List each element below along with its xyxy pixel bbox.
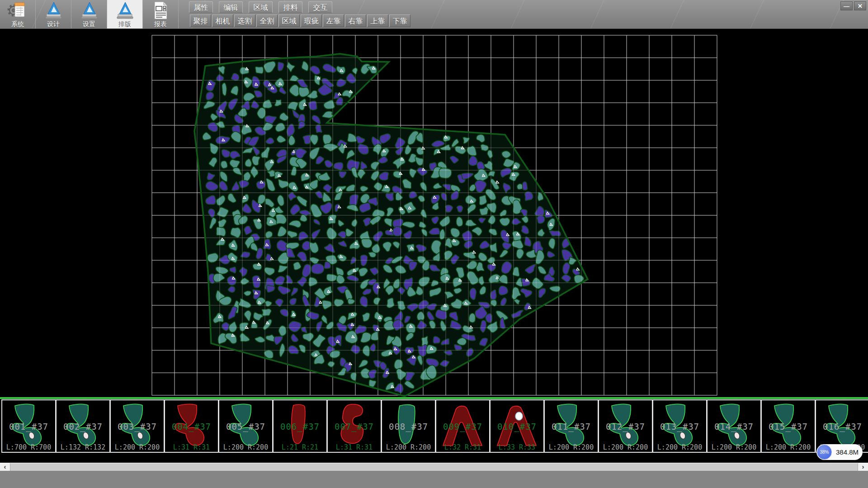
progress-indicator: 38% <box>817 445 832 460</box>
pattern-name: 013_#37 <box>653 422 706 432</box>
memory-badge: 38% 384.8M <box>816 444 863 460</box>
pattern-thumbnail-012_#37[interactable]: 012_#37L:200 R:200 <box>598 399 653 453</box>
pattern-name: 003_#37 <box>111 422 164 432</box>
pattern-name: 016_#37 <box>816 422 868 432</box>
pattern-thumbnail-014_#37[interactable]: 014_#37L:200 R:200 <box>707 399 761 453</box>
pattern-thumbnail-002_#37[interactable]: 002_#37L:132 R:132 <box>56 399 110 453</box>
pattern-quantity: L:200 R:200 <box>708 443 760 451</box>
tool-button-6[interactable]: 瑕疵 <box>301 14 322 27</box>
tool-button-5[interactable]: 区域 <box>278 14 300 27</box>
tool-button-10[interactable]: 下靠 <box>389 14 410 27</box>
pattern-thumbnail-strip: 001_#37L:700 R:700002_#37L:132 R:132003_… <box>0 399 868 453</box>
pattern-quantity: L:31 R:31 <box>165 443 218 451</box>
app-tool-label: 设计 <box>47 20 60 28</box>
app-tool-report[interactable]: 报表 <box>143 0 179 28</box>
pattern-hole <box>515 412 523 420</box>
menu-tab-1[interactable]: 属性 <box>189 1 213 13</box>
pattern-thumbnail-003_#37[interactable]: 003_#37L:200 R:200 <box>110 399 165 453</box>
leather-hide-nesting-view <box>0 28 868 397</box>
pattern-thumbnail-005_#37[interactable]: 005_#37L:200 R:200 <box>218 399 273 453</box>
pattern-quantity: L:31 R:31 <box>328 443 381 451</box>
nesting-canvas[interactable] <box>0 28 868 397</box>
tool-button-8[interactable]: 右靠 <box>345 14 366 27</box>
horizontal-scrollbar[interactable]: ‹ › <box>0 463 868 471</box>
menu-tab-group: 属性编辑区域排料交互 <box>189 1 332 13</box>
pattern-name: 011_#37 <box>545 422 598 432</box>
tool-button-2[interactable]: 相机 <box>212 14 233 27</box>
pattern-quantity: L:200 R:200 <box>762 443 815 451</box>
app-tool-label: 排版 <box>118 20 131 28</box>
pattern-quantity: L:32 R:31 <box>436 443 489 451</box>
pattern-thumbnail-006_#37[interactable]: 006_#37L:21 R:21 <box>273 399 327 453</box>
pattern-name: 015_#37 <box>762 422 815 432</box>
pattern-quantity: L:200 R:200 <box>599 443 652 451</box>
pattern-name: 009_#37 <box>436 422 489 432</box>
pattern-name: 005_#37 <box>219 422 272 432</box>
window-controls: — ✕ <box>840 1 866 10</box>
pattern-thumbnail-011_#37[interactable]: 011_#37L:200 R:200 <box>544 399 599 453</box>
pattern-name: 012_#37 <box>599 422 652 432</box>
tool-button-7[interactable]: 左靠 <box>323 14 344 27</box>
pattern-thumbnail-004_#37[interactable]: 004_#37L:31 R:31 <box>164 399 219 453</box>
strip-divider <box>0 397 868 399</box>
pattern-quantity: L:132 R:132 <box>57 443 109 451</box>
pattern-name: 014_#37 <box>708 422 760 432</box>
pattern-name: 007_#37 <box>328 422 381 432</box>
pattern-thumbnail-013_#37[interactable]: 013_#37L:200 R:200 <box>652 399 707 453</box>
pattern-quantity: L:21 R:21 <box>274 443 326 451</box>
tool-button-1[interactable]: 聚排 <box>190 14 211 27</box>
app-tool-system[interactable]: 系统 <box>0 0 36 28</box>
pattern-quantity: L:200 R:200 <box>111 443 164 451</box>
menu-tab-3[interactable]: 区域 <box>249 1 273 13</box>
scroll-left-button[interactable]: ‹ <box>0 463 10 471</box>
app-tool-settings[interactable]: 设置 <box>71 0 107 28</box>
app-tool-label: 系统 <box>11 20 24 28</box>
pattern-name: 004_#37 <box>165 422 218 432</box>
memory-usage-value: 384.8M <box>832 448 863 456</box>
pattern-thumbnail-008_#37[interactable]: 008_#37L:200 R:200 <box>381 399 436 453</box>
pattern-quantity: L:200 R:200 <box>382 443 435 451</box>
pattern-quantity: L:200 R:200 <box>545 443 598 451</box>
status-bar <box>0 471 868 488</box>
app-tool-nesting[interactable]: 排版 <box>107 0 143 28</box>
app-tool-label: 设置 <box>83 20 95 28</box>
minimize-button[interactable]: — <box>840 1 853 10</box>
pattern-thumbnail-009_#37[interactable]: 009_#37L:32 R:31 <box>435 399 490 453</box>
app-tool-group: 系统设计设置排版报表 <box>0 0 179 28</box>
app-tool-label: 报表 <box>154 20 167 28</box>
menu-tab-2[interactable]: 编辑 <box>219 1 243 13</box>
menu-tab-5[interactable]: 交互 <box>308 1 332 13</box>
triangle-ruler-icon <box>114 0 135 20</box>
pattern-thumbnail-015_#37[interactable]: 015_#37L:200 R:200 <box>761 399 816 453</box>
scroll-right-button[interactable]: › <box>858 463 868 471</box>
pattern-name: 008_#37 <box>382 422 435 432</box>
pattern-name: 001_#37 <box>2 422 55 432</box>
tool-button-row: 聚排相机选割全割区域瑕疵左靠右靠上靠下靠 <box>190 14 410 27</box>
pattern-thumbnail-001_#37[interactable]: 001_#37L:700 R:700 <box>1 399 56 453</box>
menu-tab-4[interactable]: 排料 <box>278 1 302 13</box>
pattern-quantity: L:700 R:700 <box>2 443 55 451</box>
title-bar: 系统设计设置排版报表 属性编辑区域排料交互 聚排相机选割全割区域瑕疵左靠右靠上靠… <box>0 0 868 29</box>
close-button[interactable]: ✕ <box>854 1 866 10</box>
pattern-thumbnail-010_#37[interactable]: 010_#37L:33 R:33 <box>490 399 544 453</box>
system-gear-icon <box>7 0 28 20</box>
tool-button-4[interactable]: 全割 <box>256 14 278 27</box>
triangle-ruler-icon <box>79 0 99 20</box>
pattern-quantity: L:200 R:200 <box>653 443 706 451</box>
pattern-thumbnail-007_#37[interactable]: 007_#37L:31 R:31 <box>327 399 382 453</box>
triangle-ruler-icon <box>43 0 64 20</box>
pattern-name: 006_#37 <box>274 422 326 432</box>
pattern-name: 002_#37 <box>57 422 109 432</box>
pattern-quantity: L:33 R:33 <box>491 443 543 451</box>
tool-button-3[interactable]: 选割 <box>234 14 255 27</box>
report-document-icon <box>150 0 171 20</box>
pattern-quantity: L:200 R:200 <box>219 443 272 451</box>
tool-button-9[interactable]: 上靠 <box>367 14 388 27</box>
pattern-name: 010_#37 <box>491 422 543 432</box>
app-tool-design[interactable]: 设计 <box>36 0 71 28</box>
